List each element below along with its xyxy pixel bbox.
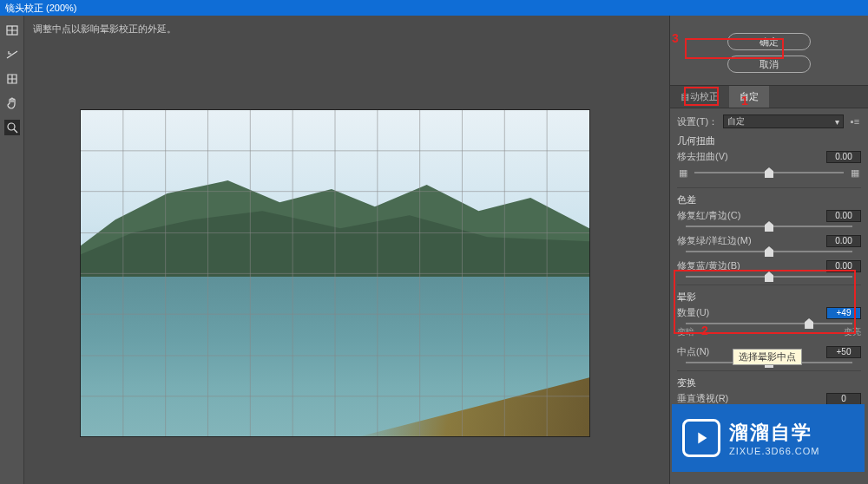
fix-gm-value[interactable]: 0.00 (826, 235, 861, 247)
fix-gm-label: 修复绿/洋红边(M) (677, 234, 752, 247)
grid-in-icon: ▦ (677, 165, 689, 180)
vignette-dark-label: 变暗 (677, 326, 694, 338)
settings-dropdown[interactable]: 自定 ▾ (723, 114, 844, 128)
section-chromatic: 色差 (677, 193, 861, 206)
section-transform: 变换 (677, 376, 861, 389)
chevron-down-icon: ▾ (835, 117, 839, 127)
vignette-amount-value[interactable]: +49 (826, 307, 861, 319)
fix-by-value[interactable]: 0.00 (826, 260, 861, 272)
section-geometric: 几何扭曲 (677, 134, 861, 147)
settings-label: 设置(T)： (677, 115, 718, 128)
straighten-tool-icon[interactable] (4, 47, 20, 62)
vignette-midpoint-label: 中点(N) (677, 345, 709, 358)
fix-rc-label: 修复红/青边(C) (677, 209, 740, 222)
window-title: 镜头校正 (200%) (0, 0, 868, 16)
remove-distortion-value[interactable]: 0.00 (826, 151, 861, 163)
zoom-tool-icon[interactable] (4, 120, 20, 135)
tabs: 自动校正 自定 (670, 85, 868, 108)
brand-title: 溜溜自学 (729, 420, 819, 446)
vignette-amount-slider[interactable] (686, 323, 852, 324)
canvas-area: 调整中点以影响晕影校正的外延。 (24, 16, 670, 484)
remove-distortion-label: 移去扭曲(V) (677, 150, 728, 163)
fix-rc-value[interactable]: 0.00 (826, 210, 861, 222)
fix-by-slider[interactable] (686, 276, 852, 278)
remove-distortion-slider[interactable] (694, 172, 844, 173)
svg-point-1 (8, 123, 15, 130)
settings-panel: 3 确定 取消 自动校正 自定 1 设置(T)： 自定 ▾ ▪≡ 几何扭曲 (670, 16, 868, 484)
ok-button[interactable]: 确定 (727, 33, 811, 50)
settings-menu-icon[interactable]: ▪≡ (849, 114, 861, 129)
fix-by-label: 修复蓝/黄边(B) (677, 259, 740, 272)
distort-tool-icon[interactable] (4, 23, 20, 38)
fix-gm-slider[interactable] (686, 251, 852, 252)
vpersp-value[interactable]: 0 (826, 393, 861, 405)
vpersp-label: 垂直透视(R) (677, 392, 728, 405)
fix-rc-slider[interactable] (686, 226, 852, 227)
section-vignette: 晕影 (677, 291, 861, 304)
tooltip: 选择晕影中点 (733, 349, 802, 365)
brand-url: ZIXUE.3D66.COM (729, 446, 819, 456)
settings-value: 自定 (727, 115, 745, 128)
cancel-button[interactable]: 取消 (727, 56, 811, 73)
tab-custom[interactable]: 自定 (729, 86, 769, 108)
grid-out-icon: ▦ (849, 165, 861, 180)
brand-watermark: 溜溜自学 ZIXUE.3D66.COM (672, 404, 865, 472)
vignette-amount-label: 数量(U) (677, 306, 709, 319)
tool-column (0, 16, 24, 484)
vignette-midpoint-value[interactable]: +50 (826, 346, 861, 358)
move-grid-tool-icon[interactable] (4, 71, 20, 87)
hint-text: 调整中点以影响晕影校正的外延。 (24, 16, 669, 41)
tab-auto-correction[interactable]: 自动校正 (670, 86, 729, 108)
play-icon (682, 419, 720, 457)
vignette-light-label: 变亮 (844, 326, 861, 338)
preview-image[interactable] (80, 109, 590, 437)
hand-tool-icon[interactable] (4, 95, 20, 111)
